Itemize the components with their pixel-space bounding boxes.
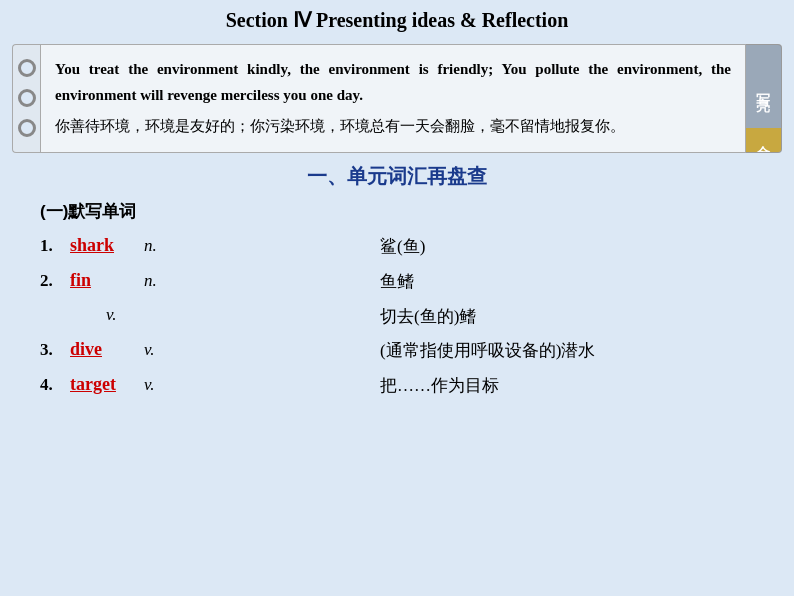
ring-3 [18, 119, 36, 137]
vocab-pos-2b: v. [106, 305, 136, 325]
vocab-meaning-3: (通常指使用呼吸设备的)潜水 [380, 339, 595, 362]
vocab-item-3: 3. dive v. (通常指使用呼吸设备的)潜水 [40, 339, 754, 360]
vocab-word-1: shark [70, 235, 140, 256]
side-label-golden: 金文句 [746, 128, 781, 152]
section-one-title: 一、单元词汇再盘查 [40, 163, 754, 190]
side-label-write: 写亮 [746, 45, 781, 128]
vocab-word-2: fin [70, 270, 140, 291]
vocab-meaning-2b: 切去(鱼的)鳍 [380, 305, 476, 328]
vocab-num-4: 4. [40, 375, 70, 395]
vocab-item-2a: 2. fin n. 鱼鳍 [40, 270, 754, 291]
vocab-num-2: 2. [40, 271, 70, 291]
quote-box: You treat the environment kindly, the en… [40, 44, 746, 153]
vocab-item-4: 4. target v. 把……作为目标 [40, 374, 754, 395]
vocab-pos-4: v. [144, 375, 174, 395]
side-label: 写亮 金文句 [746, 44, 782, 153]
vocab-word-3: dive [70, 339, 140, 360]
vocab-pos-1: n. [144, 236, 174, 256]
notebook-rings [12, 44, 40, 153]
vocab-meaning-2a: 鱼鳍 [380, 270, 414, 293]
ring-2 [18, 89, 36, 107]
vocab-item-1: 1. shark n. 鲨(鱼) [40, 235, 754, 256]
sub-section-title: (一)默写单词 [40, 200, 754, 223]
ring-1 [18, 59, 36, 77]
vocab-pos-3: v. [144, 340, 174, 360]
vocab-item-2b: v. 切去(鱼的)鳍 [40, 305, 754, 325]
main-content: 一、单元词汇再盘查 (一)默写单词 1. shark n. 鲨(鱼) 2. fi… [0, 153, 794, 395]
quote-english: You treat the environment kindly, the en… [55, 57, 731, 108]
quote-chinese: 你善待环境，环境是友好的；你污染环境，环境总有一天会翻脸，毫不留情地报复你。 [55, 114, 731, 140]
vocab-num-3: 3. [40, 340, 70, 360]
golden-sentence-area: You treat the environment kindly, the en… [12, 44, 782, 153]
vocab-word-4: target [70, 374, 140, 395]
vocab-num-1: 1. [40, 236, 70, 256]
vocab-pos-2a: n. [144, 271, 174, 291]
vocab-meaning-4: 把……作为目标 [380, 374, 499, 397]
page-title: Section Ⅳ Presenting ideas & Reflection [0, 0, 794, 38]
vocab-meaning-1: 鲨(鱼) [380, 235, 425, 258]
